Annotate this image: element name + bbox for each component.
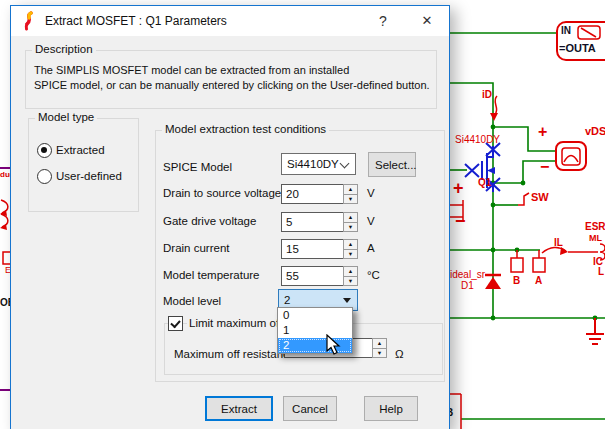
stepper-up-icon[interactable]: ▲ [343,266,358,276]
schematic-label-ideal-sr: ideal_sr [450,270,485,280]
schematic-label-in: IN [561,26,571,36]
wire-junction-dots [491,125,598,321]
schematic-label-ml: ML [589,233,602,243]
close-button[interactable]: ✕ [405,6,449,36]
id-stepper[interactable]: ▲▼ [343,239,358,259]
schematic-label-l: L [598,267,604,277]
schematic-label-vds: vDS [585,126,605,136]
schematic-label-pin-b: B [513,276,520,286]
stepper-down-icon[interactable]: ▼ [372,348,387,359]
diode-d1-icon [485,275,501,289]
stepper-down-icon[interactable]: ▼ [343,249,358,260]
schematic-label-d1: D1 [461,281,474,291]
mouse-cursor-icon [326,334,342,356]
chevron-down-icon [340,159,350,169]
max-off-stepper[interactable]: ▲▼ [372,338,387,358]
spice-model-value: Si4410DY [287,158,339,170]
temp-input[interactable]: 55 [281,266,344,286]
radio-extracted[interactable] [37,143,52,158]
schematic-label-minus2: − [455,216,466,226]
conditions-group-label: Model extraction test conditions [162,123,329,135]
radio-extracted-label[interactable]: Extracted [56,144,105,156]
schematic-label-il: IL [554,238,563,248]
combo-arrow-icon [343,298,351,303]
max-off-unit: Ω [395,348,404,360]
description-line1: The SIMPLIS MOSFET model can be extracte… [34,64,349,76]
model-type-group-label: Model type [35,111,97,123]
vds-probe-icon [556,142,586,170]
vgs-stepper[interactable]: ▲▼ [343,212,358,232]
stepper-down-icon[interactable]: ▼ [343,222,358,233]
id-unit: A [367,242,375,254]
radio-user-defined[interactable] [37,169,52,184]
cancel-button[interactable]: Cancel [283,396,337,421]
schematic-label-esr: ESR: [585,222,605,232]
sw-probe-icon [518,193,529,205]
schematic-label-id: iD [482,90,492,100]
vgs-row-label: Gate drive voltage [163,215,256,227]
vds-stepper[interactable]: ▲▼ [343,184,358,204]
model-type-group: Model type Extracted User-defined [28,118,139,212]
vgs-unit: V [367,215,375,227]
radio-user-defined-label[interactable]: User-defined [56,170,122,182]
temp-stepper[interactable]: ▲▼ [343,266,358,286]
schematic-label-sw: SW [531,192,549,202]
schematic-label-pin-a: A [535,276,542,286]
model-level-label: Model level [163,295,221,307]
stepper-up-icon[interactable]: ▲ [343,212,358,222]
spice-model-label: SPICE Model [163,161,232,173]
temp-unit: °C [367,269,380,281]
stepper-up-icon[interactable]: ▲ [343,239,358,249]
schematic-label-minus1: − [540,162,549,172]
id-input[interactable]: 15 [281,239,344,259]
temp-row-label: Model temperature [163,269,260,281]
spice-model-combobox[interactable]: Si4410DY [281,153,356,175]
limit-checkbox[interactable] [168,316,183,331]
dropdown-option-0[interactable]: 0 [278,308,352,323]
model-level-value: 2 [284,294,290,306]
schematic-label-out: =OUTA [559,43,596,53]
description-group: Description The SIMPLIS MOSFET model can… [25,50,437,109]
vgs-input[interactable]: 5 [281,212,344,232]
description-line2: SPICE model, or can be manually entered … [34,79,430,91]
extract-mosfet-dialog: Extract MOSFET : Q1 Parameters ? ✕ Descr… [10,5,450,429]
vds-unit: V [367,187,375,199]
stepper-up-icon[interactable]: ▲ [343,184,358,194]
schematic-label-q1: Q1 [478,178,491,188]
schematic-label-plus1: + [538,127,547,137]
id-row-label: Drain current [163,242,229,254]
extract-button[interactable]: Extract [205,396,273,421]
pin-b-a-terminals [511,250,545,272]
stepper-up-icon[interactable]: ▲ [372,338,387,348]
dialog-title: Extract MOSFET : Q1 Parameters [45,14,227,28]
stepper-down-icon[interactable]: ▼ [343,276,358,287]
ground-icon [586,318,604,344]
schematic-label-plus2: + [453,183,464,193]
stepper-down-icon[interactable]: ▼ [343,194,358,205]
application-screen: IN =OUTA iD Si4410DY Q1 vDS + − + − SW E… [0,0,605,429]
help-titlebar-button[interactable]: ? [361,6,405,36]
select-model-button[interactable]: Select... [368,152,416,177]
schematic-label-part: Si4410DY [455,135,500,145]
vds-input[interactable]: 20 [281,184,344,204]
description-group-label: Description [32,43,96,55]
help-button[interactable]: Help [364,396,418,421]
simplis-app-icon [20,11,37,31]
vds-row-label: Drain to source voltage [163,187,281,199]
